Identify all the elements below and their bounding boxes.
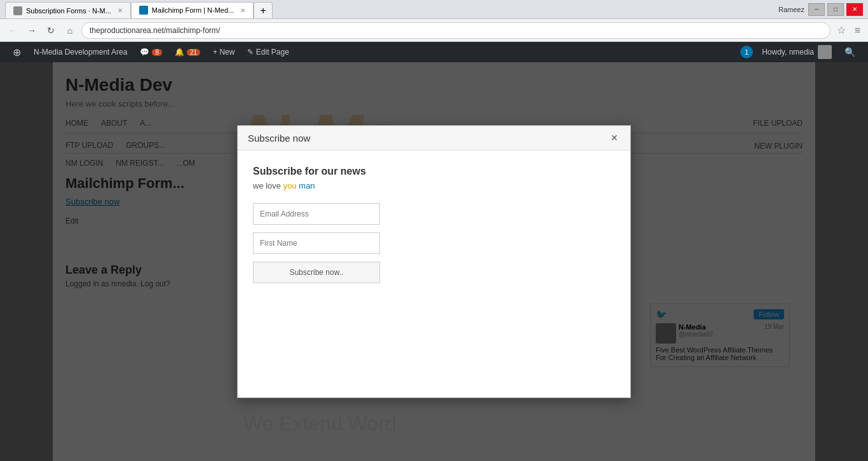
chrome-new-tab[interactable]: + bbox=[254, 2, 273, 18]
wp-admin-right: 1 Howdy, nmedia 🔍 bbox=[740, 45, 862, 59]
subtitle-man: man bbox=[299, 181, 315, 190]
wp-comments-icon: 💬 bbox=[140, 48, 149, 57]
chrome-tab-2[interactable]: Mailchimp Form | N-Med... ✕ bbox=[131, 2, 254, 18]
wp-comments-item[interactable]: 💬 8 bbox=[133, 42, 168, 62]
wp-new-item[interactable]: + New bbox=[207, 42, 241, 62]
wp-updates-count: 21 bbox=[187, 49, 200, 56]
home-button[interactable]: ⌂ bbox=[62, 23, 78, 38]
minimize-button[interactable]: ─ bbox=[808, 3, 825, 16]
modal-header: Subscribe now × bbox=[238, 126, 630, 150]
modal-overlay: Subscribe now × Subscribe for our news w… bbox=[0, 62, 868, 461]
modal-title: Subscribe now bbox=[248, 133, 310, 144]
page-background: N-Media Dev Here we cook scripts before.… bbox=[0, 62, 868, 461]
modal-close-button[interactable]: × bbox=[608, 132, 620, 144]
forward-button[interactable]: → bbox=[24, 23, 39, 38]
wp-logo-item[interactable]: ⊕ bbox=[6, 42, 27, 62]
wp-logo-icon: ⊕ bbox=[13, 46, 21, 58]
firstname-input[interactable] bbox=[253, 232, 380, 254]
tab-2-label: Mailchimp Form | N-Med... bbox=[152, 6, 234, 14]
wp-search-icon[interactable]: 🔍 bbox=[838, 47, 862, 57]
wp-updates-item[interactable]: 🔔 21 bbox=[168, 42, 207, 62]
wp-comments-count: 8 bbox=[152, 49, 162, 56]
chrome-titlebar: Subscription Forms · N-M... ✕ Mailchimp … bbox=[0, 0, 868, 19]
chrome-tab-1[interactable]: Subscription Forms · N-M... ✕ bbox=[5, 2, 131, 18]
close-button[interactable]: ✕ bbox=[846, 3, 863, 16]
chrome-tabs: Subscription Forms · N-M... ✕ Mailchimp … bbox=[5, 0, 778, 18]
refresh-button[interactable]: ↻ bbox=[43, 23, 58, 38]
window-controls: ─ □ ✕ bbox=[808, 3, 863, 16]
modal-heading: Subscribe for our news bbox=[253, 166, 615, 177]
subtitle-pre: we love bbox=[253, 181, 283, 190]
tab-1-close[interactable]: ✕ bbox=[118, 7, 123, 14]
chrome-addressbar: ← → ↻ ⌂ theproductionarea.net/mailchimp-… bbox=[0, 19, 868, 42]
wp-notification-badge[interactable]: 1 bbox=[740, 46, 753, 58]
url-text: theproductionarea.net/mailchimp-form/ bbox=[90, 26, 220, 35]
wp-user-avatar bbox=[818, 45, 832, 59]
wp-edit-page-item[interactable]: ✎ Edit Page bbox=[241, 42, 295, 62]
maximize-button[interactable]: □ bbox=[827, 3, 844, 16]
wp-howdy-item[interactable]: Howdy, nmedia bbox=[756, 45, 838, 59]
tab-favicon-1 bbox=[13, 6, 22, 15]
chrome-menu-icon[interactable]: ≡ bbox=[852, 23, 863, 37]
tab-favicon-2 bbox=[139, 6, 148, 15]
address-bar[interactable]: theproductionarea.net/mailchimp-form/ bbox=[81, 22, 831, 39]
back-button[interactable]: ← bbox=[5, 23, 20, 38]
subtitle-you: you bbox=[283, 181, 297, 190]
tab-2-close[interactable]: ✕ bbox=[240, 7, 245, 14]
modal-subtitle: we love you man bbox=[253, 181, 615, 190]
subscribe-submit-button[interactable]: Subscribe now.. bbox=[253, 262, 380, 283]
user-label: Rameez bbox=[778, 6, 804, 13]
wp-admin-bar: ⊕ N-Media Development Area 💬 8 🔔 21 + Ne… bbox=[0, 42, 868, 62]
email-input[interactable] bbox=[253, 203, 380, 225]
wp-site-name: N-Media Development Area bbox=[34, 48, 127, 57]
wp-site-name-item[interactable]: N-Media Development Area bbox=[27, 42, 133, 62]
wp-updates-icon: 🔔 bbox=[175, 48, 184, 57]
tab-1-label: Subscription Forms · N-M... bbox=[26, 7, 111, 15]
bookmark-icon[interactable]: ☆ bbox=[834, 23, 848, 37]
wp-edit-label: ✎ Edit Page bbox=[247, 48, 288, 57]
modal-body: Subscribe for our news we love you man S… bbox=[238, 150, 630, 298]
subscribe-modal: Subscribe now × Subscribe for our news w… bbox=[237, 125, 631, 398]
wp-new-label: + New bbox=[213, 48, 234, 57]
wp-howdy-text: Howdy, nmedia bbox=[762, 48, 814, 57]
